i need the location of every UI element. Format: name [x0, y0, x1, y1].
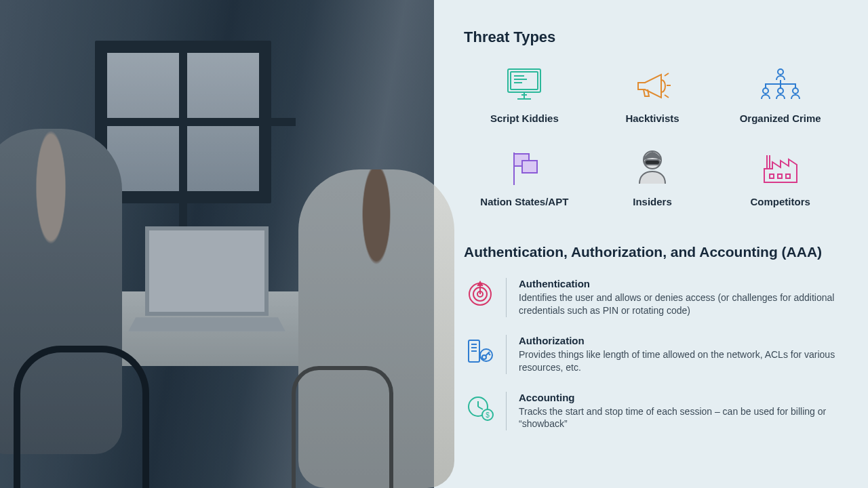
svg-rect-19 — [786, 174, 790, 178]
svg-rect-0 — [508, 69, 540, 92]
svg-rect-14 — [522, 161, 537, 173]
target-icon — [464, 278, 496, 308]
svg-line-36 — [478, 407, 483, 409]
aaa-list: Authentication Identifies the user and a… — [464, 278, 841, 430]
aaa-authorization: Authorization Provides things like lengt… — [464, 335, 841, 374]
threat-label: Script Kiddies — [490, 113, 559, 124]
svg-rect-17 — [770, 174, 774, 178]
insider-person-icon — [634, 147, 671, 189]
threat-nation-states: Nation States/APT — [464, 147, 585, 207]
flag-icon — [506, 147, 542, 189]
aaa-authentication: Authentication Identifies the user and a… — [464, 278, 841, 317]
threat-label: Competitors — [750, 196, 810, 207]
clock-money-icon: $ — [464, 392, 496, 422]
threat-competitors: Competitors — [719, 147, 841, 207]
svg-point-9 — [763, 88, 768, 94]
svg-rect-16 — [645, 160, 660, 165]
threat-types-grid: Script Kiddies Hacktivists — [464, 64, 841, 207]
megaphone-icon — [631, 64, 673, 106]
threat-types-heading: Threat Types — [464, 28, 841, 46]
hero-photo — [0, 0, 434, 488]
content-panel: Threat Types Script Kiddies — [434, 0, 868, 488]
threat-hacktivists: Hacktivists — [592, 64, 713, 124]
threat-label: Organized Crime — [740, 113, 821, 124]
aaa-item-title: Accounting — [519, 392, 841, 403]
aaa-item-title: Authorization — [519, 335, 841, 346]
hierarchy-icon — [756, 64, 805, 106]
svg-rect-1 — [511, 72, 538, 89]
aaa-heading: Authentication, Authorization, and Accou… — [464, 244, 841, 260]
svg-point-11 — [793, 88, 798, 94]
svg-point-10 — [778, 88, 783, 94]
aaa-accounting: $ Accounting Tracks the start and stop t… — [464, 392, 841, 431]
aaa-item-title: Authentication — [519, 278, 841, 289]
factory-icon — [760, 147, 801, 189]
server-key-icon — [464, 335, 496, 365]
threat-label: Hacktivists — [625, 113, 679, 124]
svg-point-8 — [778, 69, 783, 75]
aaa-item-desc: Tracks the start and stop time of each s… — [519, 405, 837, 431]
threat-script-kiddies: Script Kiddies — [464, 64, 585, 124]
svg-text:$: $ — [486, 411, 490, 419]
aaa-item-desc: Identifies the user and allows or denies… — [519, 291, 837, 317]
threat-label: Nation States/APT — [480, 196, 568, 207]
aaa-item-desc: Provides things like length of time allo… — [519, 348, 837, 374]
monitor-code-icon — [504, 64, 545, 106]
threat-label: Insiders — [633, 196, 672, 207]
svg-rect-18 — [778, 174, 782, 178]
threat-insiders: Insiders — [592, 147, 713, 207]
threat-organized-crime: Organized Crime — [719, 64, 841, 124]
